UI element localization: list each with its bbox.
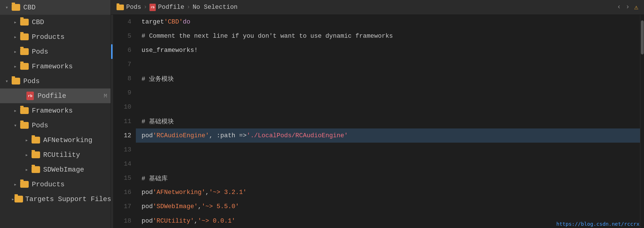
code-line-5[interactable]: # Comment the next line if you don't wan… xyxy=(136,29,640,43)
sidebar-item-cbd[interactable]: CBD xyxy=(0,15,111,29)
folder-icon xyxy=(19,181,30,188)
code-line-12[interactable]: pod 'RCAudioEngine' , :path => './LocalP… xyxy=(136,128,640,143)
line-num-15: 15 xyxy=(113,171,136,185)
line-num-16: 16 xyxy=(113,185,136,200)
chevron-right-icon xyxy=(23,152,31,158)
sidebar-item-cbd-root[interactable]: CBD xyxy=(0,0,111,15)
token: './LocalPods/RCAudioEngine' xyxy=(247,132,348,139)
sidebar-item-pods-1[interactable]: Pods xyxy=(0,44,111,59)
token: , xyxy=(198,203,201,210)
token: target xyxy=(142,18,164,26)
code-line-8[interactable]: # 业务模块 xyxy=(136,72,640,86)
sidebar-item-label: Podfile xyxy=(38,92,104,100)
scroll-indicator[interactable] xyxy=(111,15,113,228)
token: 'RCAudioEngine' xyxy=(153,132,209,139)
token: '~> 5.5.0' xyxy=(201,203,239,210)
line-num-8: 8 xyxy=(113,72,136,86)
folder-icon xyxy=(11,78,21,85)
chevron-right-icon xyxy=(11,19,19,25)
line-num-4: 4 xyxy=(113,15,136,29)
sidebar-item-label: Pods xyxy=(23,77,111,85)
sidebar-item-products-2[interactable]: Products xyxy=(0,177,111,192)
chevron-right-icon xyxy=(23,166,31,173)
sidebar: CBD CBD Products Pods Frameworks xyxy=(0,0,111,228)
file-icon: rb xyxy=(25,92,35,100)
sidebar-item-podfile[interactable]: rb Podfile M xyxy=(0,88,111,103)
chevron-right-icon xyxy=(11,181,19,187)
breadcrumb-pods[interactable]: Pods xyxy=(117,4,141,11)
folder-icon xyxy=(19,19,30,26)
sidebar-item-pods-2[interactable]: Pods xyxy=(0,118,111,133)
folder-icon xyxy=(19,122,30,129)
line-num-5: 5 xyxy=(113,29,136,43)
sidebar-item-sdwebimage[interactable]: SDWebImage xyxy=(0,162,111,177)
line-num-12: 12 xyxy=(113,128,136,143)
warning-icon[interactable]: ⚠ xyxy=(634,3,638,11)
sidebar-item-label: Pods xyxy=(32,122,111,129)
header-actions: ‹ › ⚠ xyxy=(617,3,638,11)
token: # 基础库 xyxy=(142,174,168,183)
sidebar-item-label: SDWebImage xyxy=(43,166,111,174)
folder-icon xyxy=(31,166,41,173)
chevron-right-icon xyxy=(11,107,19,114)
sidebar-item-rcutility[interactable]: RCUtility xyxy=(0,147,111,162)
sidebar-item-label: Targets Support Files xyxy=(25,195,111,203)
breadcrumb-separator: › xyxy=(144,4,147,11)
line-num-7: 7 xyxy=(113,57,136,71)
chevron-right-icon xyxy=(11,196,14,202)
token: '~> 3.2.1' xyxy=(209,189,247,196)
chevron-right-icon[interactable]: › xyxy=(626,3,630,11)
code-line-6[interactable]: use_frameworks! xyxy=(136,43,640,57)
chevron-right-icon xyxy=(11,63,19,69)
vertical-scrollbar[interactable] xyxy=(640,15,644,228)
code-line-10[interactable] xyxy=(136,100,640,114)
folder-icon xyxy=(19,33,30,40)
breadcrumb-label: Pods xyxy=(126,4,141,11)
sidebar-item-label: AFNetworking xyxy=(43,136,111,144)
breadcrumb-no-selection: No Selection xyxy=(193,4,238,11)
token: , :path => xyxy=(209,132,247,139)
code-line-11[interactable]: # 基础模块 xyxy=(136,114,640,128)
editor-header: Pods › rb Podfile › No Selection ‹ › ⚠ xyxy=(111,0,644,15)
token: 'SDWebImage' xyxy=(153,203,198,210)
sidebar-item-frameworks-1[interactable]: Frameworks xyxy=(0,59,111,74)
code-line-9[interactable] xyxy=(136,86,640,100)
token: '~> 0.0.1' xyxy=(198,218,235,225)
code-line-4[interactable]: target 'CBD' do xyxy=(136,15,640,29)
code-line-16[interactable]: pod 'AFNetworking' , '~> 3.2.1' xyxy=(136,185,640,200)
sidebar-item-label: RCUtility xyxy=(43,151,111,159)
sidebar-item-afnetworking[interactable]: AFNetworking xyxy=(0,133,111,147)
line-num-18: 18 xyxy=(113,214,136,228)
sidebar-item-targets-support[interactable]: Targets Support Files xyxy=(0,192,111,206)
line-num-6: 6 xyxy=(113,43,136,57)
sidebar-item-label: CBD xyxy=(32,18,111,26)
sidebar-item-label: Products xyxy=(32,33,111,41)
sidebar-item-frameworks-2[interactable]: Frameworks xyxy=(0,103,111,118)
line-num-14: 14 xyxy=(113,157,136,171)
chevron-right-icon xyxy=(11,34,19,40)
token: 'CBD' xyxy=(164,18,183,26)
code-line-14[interactable] xyxy=(136,157,640,171)
chevron-down-icon xyxy=(3,4,11,10)
sidebar-item-label: Products xyxy=(32,181,111,188)
code-line-15[interactable]: # 基础库 xyxy=(136,171,640,185)
folder-icon xyxy=(19,107,30,114)
sidebar-item-label: Pods xyxy=(32,48,111,56)
sidebar-item-products-1[interactable]: Products xyxy=(0,29,111,44)
breadcrumb-label: No Selection xyxy=(193,4,238,11)
token: pod xyxy=(142,189,153,196)
code-line-17[interactable]: pod 'SDWebImage' , '~> 5.5.0' xyxy=(136,200,640,214)
token: , xyxy=(194,218,198,225)
breadcrumb-podfile[interactable]: rb Podfile xyxy=(149,4,184,11)
line-num-10: 10 xyxy=(113,100,136,114)
chevron-down-icon xyxy=(3,78,11,84)
folder-icon xyxy=(19,48,30,55)
sidebar-item-pods-root[interactable]: Pods xyxy=(0,74,111,88)
scrollbar-thumb[interactable] xyxy=(641,20,644,54)
token: do xyxy=(183,18,190,26)
code-line-13[interactable] xyxy=(136,143,640,157)
chevron-left-icon[interactable]: ‹ xyxy=(617,3,621,11)
code-line-7[interactable] xyxy=(136,57,640,71)
folder-icon xyxy=(31,137,41,143)
token: # 业务模块 xyxy=(142,75,174,83)
